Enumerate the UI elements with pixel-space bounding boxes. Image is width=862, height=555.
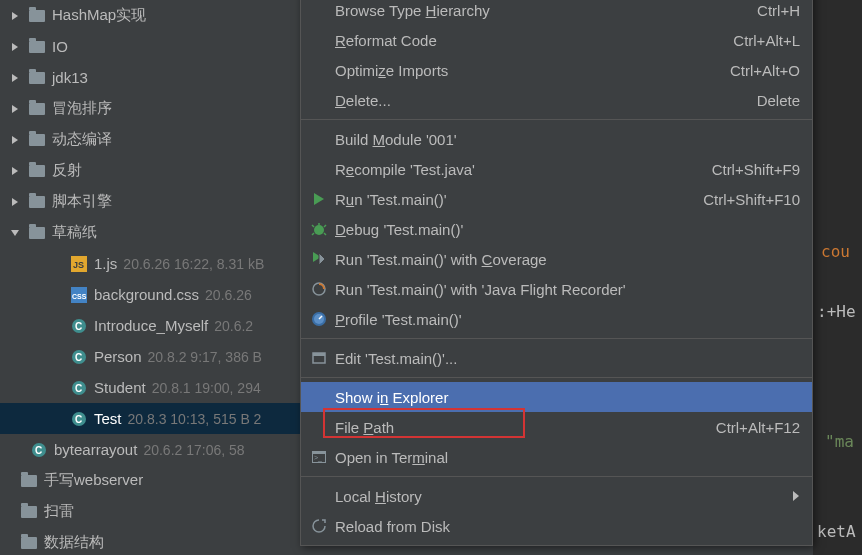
file-label: Student xyxy=(94,379,146,396)
profile-icon xyxy=(309,309,329,329)
folder-label: 脚本引擎 xyxy=(52,192,112,211)
menu-reload-disk[interactable]: Reload from Disk xyxy=(301,511,812,541)
menu-shortcut: Ctrl+Alt+F12 xyxy=(716,419,800,436)
tree-file-introduce[interactable]: C Introduce_Myself 20.6.2 xyxy=(0,310,300,341)
tree-folder-minesweeper[interactable]: 扫雷 xyxy=(0,496,300,527)
arrow-right-icon xyxy=(8,133,22,147)
menu-label: Optimize Imports xyxy=(335,62,730,79)
project-tree[interactable]: HashMap实现 IO jdk13 冒泡排序 动态编译 反射 脚本引擎 草稿纸… xyxy=(0,0,300,555)
tree-folder-reflection[interactable]: 反射 xyxy=(0,155,300,186)
menu-shortcut: Ctrl+Shift+F10 xyxy=(703,191,800,208)
run-icon xyxy=(309,189,329,209)
folder-label: 动态编译 xyxy=(52,130,112,149)
js-file-icon: JS xyxy=(70,255,88,273)
class-file-icon: C xyxy=(70,410,88,428)
menu-delete[interactable]: Delete... Delete xyxy=(301,85,812,115)
tree-folder-jdk13[interactable]: jdk13 xyxy=(0,62,300,93)
tree-file-student[interactable]: C Student 20.8.1 19:00, 294 xyxy=(0,372,300,403)
menu-shortcut: Ctrl+Shift+F9 xyxy=(712,161,800,178)
context-menu: Browse Type Hierarchy Ctrl+H Reformat Co… xyxy=(300,0,813,546)
menu-file-path[interactable]: File Path Ctrl+Alt+F12 xyxy=(301,412,812,442)
menu-local-history[interactable]: Local History xyxy=(301,481,812,511)
folder-icon xyxy=(28,69,46,87)
blank-icon xyxy=(309,30,329,50)
folder-icon xyxy=(28,100,46,118)
folder-label: 草稿纸 xyxy=(52,223,97,242)
menu-label: Run 'Test.main()' with Coverage xyxy=(335,251,800,268)
tree-folder-datastructure[interactable]: 数据结构 xyxy=(0,527,300,555)
menu-browse-hierarchy[interactable]: Browse Type Hierarchy Ctrl+H xyxy=(301,0,812,25)
tree-file-person[interactable]: C Person 20.8.2 9:17, 386 B xyxy=(0,341,300,372)
tree-file-css[interactable]: CSS background.css 20.6.26 xyxy=(0,279,300,310)
menu-separator xyxy=(301,476,812,477)
blank-icon xyxy=(309,417,329,437)
tree-file-js[interactable]: JS 1.js 20.6.26 16:22, 8.31 kB xyxy=(0,248,300,279)
menu-separator xyxy=(301,377,812,378)
menu-optimize[interactable]: Optimize Imports Ctrl+Alt+O xyxy=(301,55,812,85)
svg-text:C: C xyxy=(75,383,82,394)
reload-icon xyxy=(309,516,329,536)
menu-debug[interactable]: Debug 'Test.main()' xyxy=(301,214,812,244)
menu-open-terminal[interactable]: >_ Open in Terminal xyxy=(301,442,812,472)
tree-folder-io[interactable]: IO xyxy=(0,31,300,62)
tree-folder-draft[interactable]: 草稿纸 xyxy=(0,217,300,248)
menu-label: Reload from Disk xyxy=(335,518,800,535)
arrow-right-icon xyxy=(8,40,22,54)
folder-icon xyxy=(28,7,46,25)
svg-text:>_: >_ xyxy=(314,454,322,462)
tree-folder-dynamic-compile[interactable]: 动态编译 xyxy=(0,124,300,155)
menu-flight-recorder[interactable]: Run 'Test.main()' with 'Java Flight Reco… xyxy=(301,274,812,304)
arrow-right-icon xyxy=(8,102,22,116)
tree-folder-webserver[interactable]: 手写webserver xyxy=(0,465,300,496)
menu-label: Edit 'Test.main()'... xyxy=(335,350,800,367)
arrow-right-icon xyxy=(8,9,22,23)
menu-coverage[interactable]: Run 'Test.main()' with Coverage xyxy=(301,244,812,274)
edit-config-icon xyxy=(309,348,329,368)
arrow-right-icon xyxy=(8,195,22,209)
file-label: Person xyxy=(94,348,142,365)
menu-shortcut: Ctrl+Alt+O xyxy=(730,62,800,79)
tree-file-test[interactable]: C Test 20.8.3 10:13, 515 B 2 xyxy=(0,403,300,434)
folder-label: 反射 xyxy=(52,161,82,180)
menu-edit-config[interactable]: Edit 'Test.main()'... xyxy=(301,343,812,373)
class-file-icon: C xyxy=(30,441,48,459)
svg-text:C: C xyxy=(75,352,82,363)
svg-text:JS: JS xyxy=(73,260,84,270)
menu-build-module[interactable]: Build Module '001' xyxy=(301,124,812,154)
svg-text:C: C xyxy=(75,321,82,332)
menu-profile[interactable]: Profile 'Test.main()' xyxy=(301,304,812,334)
menu-reformat[interactable]: Reformat Code Ctrl+Alt+L xyxy=(301,25,812,55)
file-label: background.css xyxy=(94,286,199,303)
folder-icon xyxy=(28,162,46,180)
editor-text: ketA xyxy=(817,522,856,541)
editor-background: cou :+He "ma ketA xyxy=(813,0,862,555)
arrow-down-icon xyxy=(8,226,22,240)
menu-label: Debug 'Test.main()' xyxy=(335,221,800,238)
file-meta: 20.6.2 17:06, 58 xyxy=(143,442,244,458)
coverage-icon xyxy=(309,249,329,269)
menu-separator xyxy=(301,338,812,339)
menu-label: Run 'Test.main()' xyxy=(335,191,703,208)
menu-recompile[interactable]: Recompile 'Test.java' Ctrl+Shift+F9 xyxy=(301,154,812,184)
flight-recorder-icon xyxy=(309,279,329,299)
blank-icon xyxy=(309,60,329,80)
blank-icon xyxy=(309,486,329,506)
svg-line-16 xyxy=(312,225,314,227)
menu-shortcut: Ctrl+Alt+L xyxy=(733,32,800,49)
tree-folder-bubble-sort[interactable]: 冒泡排序 xyxy=(0,93,300,124)
class-file-icon: C xyxy=(70,379,88,397)
svg-rect-25 xyxy=(313,353,325,356)
tree-folder-script-engine[interactable]: 脚本引擎 xyxy=(0,186,300,217)
menu-label: Open in Terminal xyxy=(335,449,800,466)
svg-line-17 xyxy=(324,225,326,227)
menu-run[interactable]: Run 'Test.main()' Ctrl+Shift+F10 xyxy=(301,184,812,214)
file-label: Introduce_Myself xyxy=(94,317,208,334)
class-file-icon: C xyxy=(70,317,88,335)
tree-folder-hashmap[interactable]: HashMap实现 xyxy=(0,0,300,31)
menu-label: File Path xyxy=(335,419,716,436)
file-label: 1.js xyxy=(94,255,117,272)
menu-show-explorer[interactable]: Show in Explorer xyxy=(301,382,812,412)
file-meta: 20.6.2 xyxy=(214,318,253,334)
tree-file-bytearrayout[interactable]: C bytearrayout 20.6.2 17:06, 58 xyxy=(0,434,300,465)
folder-icon xyxy=(28,193,46,211)
